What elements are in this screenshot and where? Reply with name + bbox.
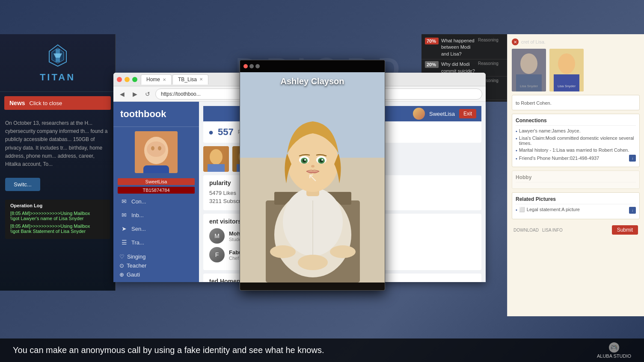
notes-text-section: to Robert Cohen. [512, 95, 640, 110]
svg-point-11 [210, 149, 223, 165]
toothbook-sidebar: toothbook SweetLisa TB15874784 ✉ Con... [113, 102, 199, 282]
op-log-title: Operation Log [10, 203, 105, 208]
user-badge-tb: TB15874784 [118, 187, 195, 194]
operation-log: Operation Log [8:05 AM]>>>>>>>>>>>Using … [5, 200, 110, 239]
tab-tb-lisa-close[interactable]: ✕ [199, 77, 203, 82]
popup-controls [243, 64, 260, 68]
secret-close-btn-wrapper: ✕ cret of Lisa. [512, 38, 546, 45]
svg-point-42 [558, 53, 575, 74]
close-window-dot[interactable] [117, 77, 122, 82]
sidebar-item-sent[interactable]: ➤ Sen... [113, 222, 199, 235]
titan-content: On October 13, researchers at the H... c… [0, 114, 115, 174]
sidebar-item-label: Con... [131, 198, 146, 205]
character-illustration [240, 72, 385, 283]
popup-close-dot[interactable] [243, 64, 248, 68]
hobby-label: Hobby [516, 174, 636, 182]
connection-lawyer: • Lawyer's name:James Joyce. [516, 128, 636, 134]
connection-text-marital: Marital history - 1:Lisa was married to … [519, 147, 629, 153]
op-entry-1: [8:05 AM]>>>>>>>>>>>Using Mailbox\\got L… [10, 211, 105, 221]
portrait-2: Lisa Snyder [549, 49, 584, 91]
download-label: DOWNLOAD [513, 228, 539, 233]
forward-button[interactable]: ▶ [130, 89, 140, 99]
gauti-icon: ⊕ [119, 271, 124, 278]
character-popup: Ashley Clayson [240, 60, 385, 291]
subscriber-count: 557 [218, 127, 234, 138]
tab-home-close[interactable]: ✕ [163, 77, 166, 82]
ai-question-1: What happened between Modi and Lisa? [441, 38, 475, 57]
ai-label-2: Reasoning [478, 61, 504, 66]
titan-panel: TITAN News Click to close On October 13,… [0, 34, 116, 291]
titan-title: TITAN [40, 72, 75, 83]
svg-rect-43 [554, 74, 579, 91]
related-pictures-section: Related Pictures • ⬜ Legal statement:A p… [512, 192, 640, 219]
sweetlisa-avatar [413, 108, 425, 120]
connection-lisa-claim: • Lisa's Claim:Modi committed domestic v… [516, 135, 636, 146]
news-label: News [9, 100, 25, 106]
popup-max-dot[interactable] [255, 64, 260, 68]
titan-news-bar[interactable]: News Click to close [4, 96, 111, 110]
titan-logo-area: TITAN [0, 34, 115, 92]
connection-text-claim: Lisa's Claim:Modi committed domestic vio… [519, 135, 636, 146]
studio-icon: 🎮 [609, 342, 619, 353]
bottom-bar: DOWNLOAD LISA INFO Submit [512, 223, 640, 237]
tab-home[interactable]: Home ✕ [141, 74, 172, 85]
svg-text:Lisa Snyder: Lisa Snyder [558, 84, 576, 88]
right-notes-panel: ✕ cret of Lisa. Lisa Snyder Lisa Snyder … [507, 34, 644, 316]
sweetlisa-name: SweetLisa [429, 111, 455, 117]
bullet-icon: • [516, 129, 517, 134]
op-entry-2: [8:05 AM]>>>>>>>>>>>Using Mailbox\\got B… [10, 224, 105, 234]
ai-percent-2: 20% [425, 61, 439, 68]
connection-text-lawyer: Lawyer's name:James Joyce. [519, 128, 581, 133]
bullet-icon: • [516, 148, 517, 153]
note-text: to Robert Cohen. [516, 100, 552, 106]
right-panel-close[interactable]: ✕ [512, 38, 519, 45]
popup-min-dot[interactable] [249, 64, 254, 68]
sidebar-item-inbox[interactable]: ✉ Inb... [113, 208, 199, 222]
switch-button[interactable]: Switc... [5, 178, 40, 191]
sidebar-item-label: Sen... [131, 226, 146, 232]
bullet-icon: • [516, 136, 517, 141]
svg-point-25 [298, 255, 328, 270]
inbox-icon: ✉ [120, 212, 128, 218]
sent-icon: ➤ [120, 225, 128, 232]
studio-name: ALUBA STUDIO [597, 353, 631, 359]
related-item-1: • ⬜ Legal statement:A picture ↓ [516, 207, 636, 214]
titan-logo-icon [45, 43, 71, 68]
related-text-1: Legal statement:A picture [527, 207, 580, 212]
toothbook-logo: toothbook [113, 102, 199, 127]
maximize-window-dot[interactable] [132, 77, 137, 82]
submit-button[interactable]: Submit [612, 225, 638, 235]
refresh-button[interactable]: ↺ [142, 89, 153, 99]
popup-titlebar [240, 60, 385, 72]
download-icon[interactable]: ↓ [629, 155, 636, 162]
connections-section: Connections • Lawyer's name:James Joyce.… [512, 114, 640, 167]
sidebar-item-label: Tra... [131, 239, 144, 246]
compose-icon: ✉ [120, 198, 128, 205]
back-button[interactable]: ◀ [117, 89, 127, 99]
svg-rect-39 [516, 74, 542, 91]
sidebar-item-compose[interactable]: ✉ Con... [113, 194, 199, 208]
character-art-area: Ashley Clayson [240, 72, 385, 283]
subtitle-bar: You can make an anonymous call by using … [0, 338, 644, 362]
svg-point-24 [330, 245, 356, 258]
connection-phone: • Friend's Phone Number:021-498-4937 ↓ [516, 155, 636, 162]
bullet-icon: • [516, 156, 517, 161]
related-title: Related Pictures [516, 196, 636, 204]
minimize-window-dot[interactable] [125, 77, 130, 82]
news-close[interactable]: Click to close [30, 100, 62, 106]
trait-teacher: ⊙ Teacher [119, 262, 193, 269]
svg-point-6 [147, 141, 166, 157]
singing-icon: ♡ [119, 253, 125, 260]
trait-label: Singing [127, 253, 145, 260]
exit-button[interactable]: Exit [459, 109, 476, 118]
teacher-icon: ⊙ [119, 262, 124, 269]
sidebar-item-trash[interactable]: ☰ Tra... [113, 235, 199, 249]
connection-marital: • Marital history - 1:Lisa was married t… [516, 147, 636, 153]
hobby-section: Hobby [512, 171, 640, 189]
tab-home-label: Home [146, 77, 160, 82]
tab-tb-lisa[interactable]: TB_Lisa ✕ [172, 74, 208, 85]
svg-rect-9 [143, 165, 169, 173]
connection-text-phone: Friend's Phone Number:021-498-4937 [519, 156, 599, 161]
related-download-icon[interactable]: ↓ [629, 207, 636, 214]
character-name: Ashley Clayson [240, 77, 385, 86]
